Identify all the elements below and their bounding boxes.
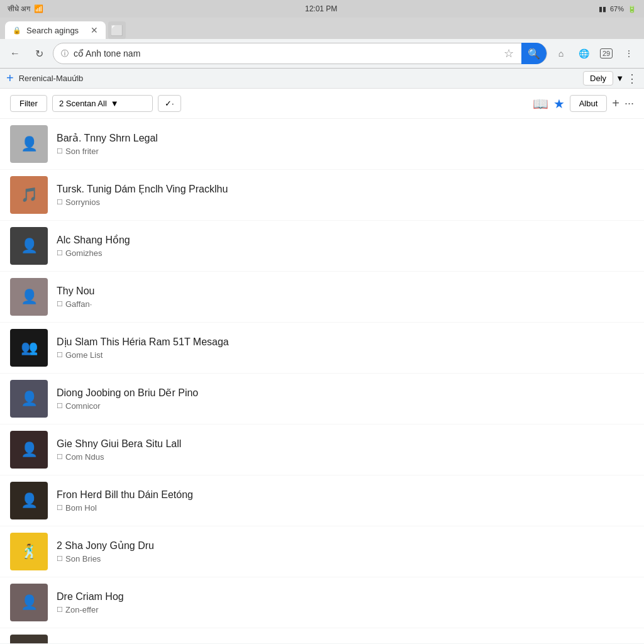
book-icon[interactable]: 📖 (533, 96, 548, 111)
tab-bar: 🔒 Search agings ✕ ⬜ (0, 18, 644, 39)
filter-select-label: 2 Scentan All (59, 99, 107, 108)
result-sub-icon: ☐ (57, 504, 63, 512)
globe-button[interactable]: 🌐 (574, 43, 594, 64)
result-title: Gie Shny Giui Bera Situ Lall (57, 438, 634, 450)
result-sub-text: Sorrynios (65, 197, 100, 207)
result-thumbnail: 👤 (10, 584, 48, 621)
dely-button[interactable]: Dely (583, 71, 613, 86)
result-subtitle: ☐Gaffan· (57, 299, 634, 309)
result-item[interactable]: 👤Thy Nou☐Gaffan· (0, 272, 644, 323)
tab-count-button[interactable]: 29 (596, 43, 616, 64)
result-item[interactable]: 👤Barả. Tnny Shrn Legal☐Son friter (0, 119, 644, 170)
result-subtitle: ☐Gomizhes (57, 248, 634, 258)
result-title: Fron Herd Bill thu Dáin Eetóng (57, 489, 634, 501)
result-info: Fron Herd Bill thu Dáin Eetóng☐Bom Hol (57, 489, 634, 513)
result-info: Barả. Tnny Shrn Legal☐Son friter (57, 132, 634, 156)
more-icon[interactable]: ··· (625, 97, 634, 110)
bookmarks-bar: + Rerenical-Mauứib Dely ▼ ⋮ (0, 69, 644, 89)
nav-bar: ← ↻ ⓘ cổ Anh tone nam ☆ 🔍 ⌂ 🌐 29 ⋮ (0, 39, 644, 68)
filter-dropdown-icon: ▼ (111, 99, 119, 108)
result-sub-icon: ☐ (57, 351, 63, 359)
results-list: 👤Barả. Tnny Shrn Legal☐Son friter🎵Tursk.… (0, 119, 644, 643)
result-sub-icon: ☐ (57, 453, 63, 461)
active-tab[interactable]: 🔒 Search agings ✕ (5, 21, 106, 39)
battery-percent: 67% (610, 5, 624, 13)
result-thumbnail: 👤 (10, 482, 48, 519)
tab-title: Search agings (26, 26, 79, 35)
star-filled-icon[interactable]: ★ (553, 96, 565, 111)
filter-actions: 📖 ★ Albut + ··· (533, 95, 634, 112)
result-title: Tursk. Tunig Dám Ẹnclh Ving Pracklhu (57, 183, 634, 195)
result-sub-text: Son friter (65, 147, 99, 156)
result-item[interactable]: 👤Fron Herd Bill thu Dáin Eetóng☐Bom Hol (0, 475, 644, 526)
result-item[interactable]: 👤Diong Joobing on Briu Dẽr Pino☐Comnicor (0, 374, 644, 425)
result-item[interactable]: 👤Dre Criam Hog☐Zon-effer (0, 577, 644, 628)
status-left: सीधे अग 📶 (8, 4, 43, 13)
result-item[interactable]: 👥Dịu Slam This Héria Ram 51T Mesaga☐Gome… (0, 323, 644, 374)
about-button[interactable]: Albut (570, 95, 608, 112)
result-subtitle: ☐Son friter (57, 147, 634, 156)
new-tab-button[interactable]: ⬜ (108, 21, 126, 39)
result-item[interactable]: 🕺2 Sha Jony Gủng Dru☐Son Bries (0, 526, 644, 577)
result-info: Dịu Slam This Héria Ram 51T Mesaga☐Gome … (57, 336, 634, 360)
search-button[interactable]: 🔍 (521, 43, 547, 64)
dely-dropdown-icon[interactable]: ▼ (616, 74, 624, 83)
result-sub-text: Gomizhes (65, 248, 103, 258)
result-sub-text: Com Ndus (65, 452, 104, 462)
result-thumbnail: 👥 (10, 635, 48, 643)
filter-check-button[interactable]: ✓· (158, 95, 181, 112)
result-item[interactable]: 👤Gie Shny Giui Bera Situ Lall☐Com Ndus (0, 425, 644, 475)
tab-close-button[interactable]: ✕ (91, 25, 98, 35)
home-button[interactable]: ⌂ (551, 43, 571, 64)
home-icon: ⌂ (558, 48, 564, 58)
result-item[interactable]: 👥...☐ (0, 628, 644, 643)
address-text: cổ Anh tone nam (74, 48, 499, 58)
more-options-button[interactable]: ⋮ (619, 43, 639, 64)
status-right: ▮▮ 67% 🔋 (599, 5, 636, 13)
result-thumbnail: 🎵 (10, 176, 48, 214)
result-item[interactable]: 🎵Tursk. Tunig Dám Ẹnclh Ving Pracklhu☐So… (0, 170, 644, 221)
address-info-icon: ⓘ (61, 48, 69, 59)
filter-select[interactable]: 2 Scentan All ▼ (52, 95, 153, 112)
result-subtitle: ☐Comnicor (57, 401, 634, 411)
search-icon: 🔍 (528, 48, 540, 60)
result-info: Gie Shny Giui Bera Situ Lall☐Com Ndus (57, 438, 634, 462)
bookmark-title: Rerenical-Mauứib (19, 74, 84, 83)
result-sub-text: Bom Hol (65, 503, 97, 513)
address-bar[interactable]: ⓘ cổ Anh tone nam ☆ 🔍 (53, 43, 547, 64)
result-sub-icon: ☐ (57, 147, 63, 155)
bookmark-star-icon[interactable]: ☆ (504, 47, 514, 60)
result-subtitle: ☐Sorrynios (57, 197, 634, 207)
bookmarks-more-button[interactable]: ⋮ (626, 72, 638, 86)
result-subtitle: ☐Son Bries (57, 554, 634, 564)
result-item[interactable]: 👤Alc Shang Hồng☐Gomizhes (0, 221, 644, 272)
result-info: ...☐ (57, 643, 634, 644)
refresh-icon: ↻ (35, 48, 43, 60)
nav-actions: ⌂ 🌐 29 ⋮ (551, 43, 639, 64)
result-title: Thy Nou (57, 286, 634, 297)
main-content: Filter 2 Scentan All ▼ ✓· 📖 ★ Albut + ··… (0, 89, 644, 643)
signal-bars-icon: ▮▮ (599, 5, 606, 13)
result-sub-text: Zon-effer (65, 605, 99, 614)
result-thumbnail: 🕺 (10, 533, 48, 570)
result-sub-icon: ☐ (57, 555, 63, 563)
refresh-button[interactable]: ↻ (29, 43, 49, 64)
back-icon: ← (10, 48, 20, 59)
result-thumbnail: 👤 (10, 380, 48, 418)
result-sub-icon: ☐ (57, 606, 63, 614)
filter-bar: Filter 2 Scentan All ▼ ✓· 📖 ★ Albut + ··… (0, 89, 644, 119)
bookmark-dely-area: Dely ▼ ⋮ (583, 71, 638, 86)
tab-count-icon: 29 (600, 48, 613, 58)
back-button[interactable]: ← (5, 43, 25, 64)
result-subtitle: ☐Com Ndus (57, 452, 634, 462)
result-title: Dre Criam Hog (57, 591, 634, 602)
result-info: Diong Joobing on Briu Dẽr Pino☐Comnicor (57, 387, 634, 411)
bookmark-add-button[interactable]: + (6, 71, 14, 86)
result-sub-icon: ☐ (57, 249, 63, 257)
add-icon[interactable]: + (612, 96, 619, 111)
result-info: 2 Sha Jony Gủng Dru☐Son Bries (57, 540, 634, 564)
result-title: ... (57, 643, 634, 644)
status-signal-icon: 📶 (34, 4, 43, 13)
filter-button[interactable]: Filter (10, 95, 47, 112)
result-sub-icon: ☐ (57, 402, 63, 410)
